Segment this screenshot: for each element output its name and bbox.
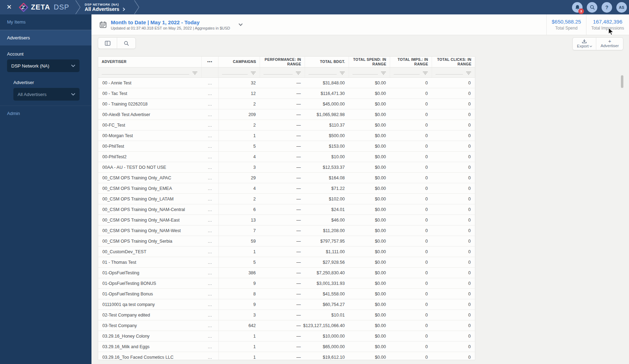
- advertiser-name-cell[interactable]: 01110001 qa test company: [98, 299, 202, 309]
- row-actions-menu[interactable]: ...: [202, 99, 218, 109]
- table-row[interactable]: 00_CSM OPS Training Only_EMEA ... 4 — $7…: [98, 183, 475, 194]
- table-row[interactable]: 00_CSM OPS Training Only_APAC ... 29 — $…: [98, 173, 475, 183]
- row-actions-menu[interactable]: ...: [202, 289, 218, 299]
- filter-input[interactable]: [309, 74, 337, 75]
- close-icon[interactable]: ✕: [0, 0, 18, 14]
- filter-advertiser[interactable]: [98, 68, 202, 77]
- table-row[interactable]: 01-OpsFuelTesting Bonus ... 8 — $41,558.…: [98, 289, 475, 299]
- row-actions-menu[interactable]: ...: [202, 152, 218, 162]
- row-actions-menu[interactable]: ...: [202, 257, 218, 267]
- sidebar-item-my-items[interactable]: My Items: [0, 14, 91, 30]
- row-actions-menu[interactable]: ...: [202, 352, 218, 360]
- row-actions-menu[interactable]: ...: [202, 341, 218, 352]
- advertiser-name-cell[interactable]: 01 - Thomas Test: [98, 257, 202, 267]
- breadcrumb[interactable]: DSP NETWORK (NA) All Advertisers: [85, 3, 125, 12]
- filter-icon[interactable]: [466, 71, 471, 75]
- table-row[interactable]: 00_CustomDev_TEST ... 1 — $1,111.00 $0.0…: [98, 247, 475, 257]
- chevron-right-icon[interactable]: [122, 7, 125, 11]
- row-actions-menu[interactable]: ...: [202, 331, 218, 341]
- table-row[interactable]: 00 - Training 02262018 ... 2 — $45,000.0…: [98, 99, 475, 109]
- filter-input[interactable]: [352, 74, 378, 75]
- filter-input[interactable]: [394, 74, 420, 75]
- table-row[interactable]: 00-FC_Test ... 2 — $110.37 $0.00 0 0: [98, 120, 475, 130]
- filter-input[interactable]: [263, 74, 293, 75]
- advertiser-name-cell[interactable]: 00_CSM OPS Training Only_NAM-West: [98, 225, 202, 236]
- advertiser-name-cell[interactable]: 01-OpsFuelTesting: [98, 268, 202, 278]
- avatar[interactable]: AS: [616, 2, 627, 13]
- advertiser-name-cell[interactable]: 03.29.16_Honey Colony: [98, 331, 202, 341]
- row-actions-menu[interactable]: ...: [202, 278, 218, 288]
- table-row[interactable]: 03.29.16_Honey Colony ... 1 — $10,000.00…: [98, 331, 475, 341]
- column-header-advertiser[interactable]: ADVERTISER: [98, 57, 202, 67]
- column-header-options[interactable]: •••: [202, 57, 218, 67]
- row-actions-menu[interactable]: ...: [202, 215, 218, 225]
- column-header-performance[interactable]: PERFORMANCE: IN RANGE: [260, 57, 305, 67]
- sidebar-item-admin[interactable]: Admin: [0, 106, 91, 121]
- advertiser-name-cell[interactable]: 00_CSM OPS Training Only_NAM-East: [98, 215, 202, 225]
- advertiser-name-cell[interactable]: 00-AlexB Test Advertiser: [98, 109, 202, 120]
- search-button[interactable]: [587, 2, 597, 13]
- table-row[interactable]: 00 - Tac Test ... 12 — $116,471.30 $0.00…: [98, 88, 475, 99]
- notifications-button[interactable]: 3: [572, 2, 583, 13]
- filter-input[interactable]: [102, 74, 189, 75]
- row-actions-menu[interactable]: ...: [202, 204, 218, 215]
- advertiser-name-cell[interactable]: 00 - Training 02262018: [98, 99, 202, 109]
- row-actions-menu[interactable]: ...: [202, 320, 218, 331]
- row-actions-menu[interactable]: ...: [202, 194, 218, 204]
- row-actions-menu[interactable]: ...: [202, 183, 218, 193]
- table-row[interactable]: 00-PhilTest2 ... 4 — $10.00 $0.00 0 0: [98, 152, 475, 162]
- advertiser-name-cell[interactable]: 00_CSM OPS Training Only_Serbia: [98, 236, 202, 246]
- row-actions-menu[interactable]: ...: [202, 225, 218, 236]
- table-row[interactable]: 00-Morgan Test ... 1 — $500.00 $0.00 0 0: [98, 130, 475, 141]
- help-button[interactable]: ?: [602, 2, 612, 13]
- table-search-button[interactable]: [117, 38, 135, 49]
- row-actions-menu[interactable]: ...: [202, 162, 218, 172]
- table-row[interactable]: 00_CSM OPS Training Only_LATAM ... 2 — $…: [98, 194, 475, 204]
- filter-total-budget[interactable]: [305, 68, 349, 77]
- filter-performance[interactable]: [260, 68, 305, 77]
- filter-total-clicks[interactable]: [432, 68, 475, 77]
- row-actions-menu[interactable]: ...: [202, 268, 218, 278]
- chevron-down-icon[interactable]: [239, 22, 242, 26]
- advertiser-name-cell[interactable]: 00_CSM OPS Training Only_NAM-Central: [98, 204, 202, 215]
- row-actions-menu[interactable]: ...: [202, 109, 218, 120]
- advertiser-name-cell[interactable]: 00-PhilTest2: [98, 152, 202, 162]
- filter-icon[interactable]: [250, 71, 256, 75]
- table-row[interactable]: 00AA - AU - TEST DO NOT USE ... 3 — $12,…: [98, 162, 475, 173]
- advertiser-name-cell[interactable]: 03.29.16_Milk and Eggs: [98, 341, 202, 352]
- table-row[interactable]: 00_CSM OPS Training Only_NAM-Central ...…: [98, 204, 475, 215]
- advertiser-name-cell[interactable]: 00-FC_Test: [98, 120, 202, 130]
- filter-campaigns[interactable]: [218, 68, 260, 77]
- advertiser-name-cell[interactable]: 00_CSM OPS Training Only_EMEA: [98, 183, 202, 193]
- table-row[interactable]: 00 - Annie Test ... 32 — $31,848.00 $0.0…: [98, 78, 475, 88]
- row-actions-menu[interactable]: ...: [202, 130, 218, 141]
- advertiser-name-cell[interactable]: 00 - Tac Test: [98, 88, 202, 98]
- table-row[interactable]: 00-AlexB Test Advertiser ... 209 — $1,06…: [98, 109, 475, 120]
- column-header-total-budget[interactable]: TOTAL BDGT.: [305, 57, 349, 67]
- table-row[interactable]: 03.29.16_Milk and Eggs ... 1 — $65,000.0…: [98, 341, 475, 352]
- add-advertiser-button[interactable]: + Advertiser: [596, 38, 623, 50]
- advertiser-name-cell[interactable]: 01-OpsFuelTesting BONUS: [98, 278, 202, 288]
- filter-icon[interactable]: [339, 71, 345, 75]
- table-row[interactable]: 00_CSM OPS Training Only_Serbia ... 59 —…: [98, 236, 475, 247]
- table-row[interactable]: 03-Test Company ... 642 — $123,127,151,0…: [98, 320, 475, 331]
- row-actions-menu[interactable]: ...: [202, 78, 218, 88]
- filter-icon[interactable]: [192, 71, 198, 75]
- row-actions-menu[interactable]: ...: [202, 88, 218, 98]
- advertiser-name-cell[interactable]: 00_CSM OPS Training Only_LATAM: [98, 194, 202, 204]
- column-header-total-spend[interactable]: TOTAL SPEND: IN RANGE: [349, 57, 390, 67]
- column-header-total-imps[interactable]: TOTAL IMPS.: IN RANGE: [390, 57, 432, 67]
- advertiser-name-cell[interactable]: 00AA - AU - TEST DO NOT USE: [98, 162, 202, 172]
- filter-total-spend[interactable]: [349, 68, 390, 77]
- table-row[interactable]: 00-PhilTest ... 5 — $153.00 $0.00 0 0: [98, 141, 475, 152]
- date-range-selector[interactable]: Month to Date | May 1, 2022 - Today Upda…: [91, 19, 242, 30]
- filter-icon[interactable]: [296, 71, 301, 75]
- table-row[interactable]: 01 - Thomas Test ... 5 — $27,928.56 $0.0…: [98, 257, 475, 268]
- filter-icon[interactable]: [381, 71, 386, 75]
- advertiser-name-cell[interactable]: 02-Test Company edited: [98, 310, 202, 320]
- table-row[interactable]: 01-OpsFuelTesting ... 386 — $7,250,830.4…: [98, 268, 475, 278]
- row-actions-menu[interactable]: ...: [202, 141, 218, 151]
- advertiser-name-cell[interactable]: 00-Morgan Test: [98, 130, 202, 141]
- table-row[interactable]: 03.29.16_Too Faced Cosmetics LLC ... 1 —…: [98, 352, 475, 360]
- advertiser-name-cell[interactable]: 00 - Annie Test: [98, 78, 202, 88]
